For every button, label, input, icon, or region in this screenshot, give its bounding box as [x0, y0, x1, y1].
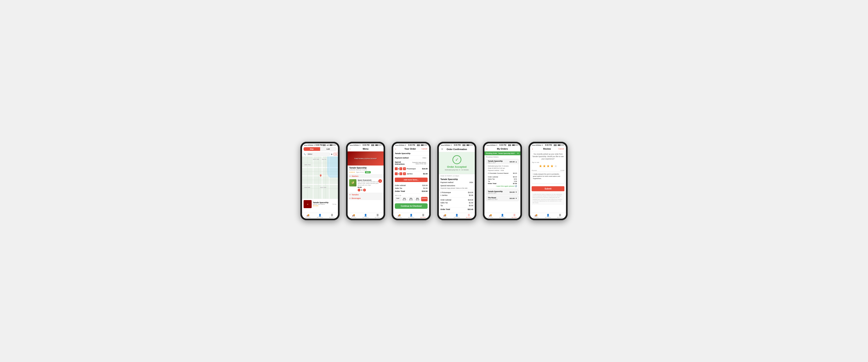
tab-orders-4[interactable]: ☰ My Orders: [463, 214, 475, 218]
tab-paytrue-6[interactable]: 👤 My Paytrue: [542, 214, 554, 218]
tip-15[interactable]: 15% $2.93: [408, 197, 414, 201]
time-3: 8:00 PM: [408, 144, 415, 146]
decrease-1[interactable]: −: [395, 167, 398, 170]
pending-order-banner[interactable]: Pending Order Tamale Spaceship 5/2/17 ▼: [485, 151, 520, 155]
star-3[interactable]: ★: [547, 164, 550, 168]
order-hist-header-3[interactable]: The Roast March 12, 2017 $13.00 ▼: [486, 196, 519, 201]
tab-faves-3[interactable]: 🚚 My Faves: [393, 214, 405, 218]
conf-tip: Tip $2.93: [440, 204, 473, 207]
cancel-button-order[interactable]: Cancel: [421, 148, 427, 150]
cancel-button-review[interactable]: Cancel: [558, 148, 564, 150]
qty-control-guac: − 0 +: [358, 189, 382, 191]
paytrue-label-3: My Paytrue: [408, 217, 414, 218]
tab-map[interactable]: Map: [304, 147, 320, 151]
battery-1: [330, 144, 332, 146]
conf-screen-content: ✓ Order Accepted Estimated prep time: 8 …: [439, 152, 475, 213]
tip-custom[interactable]: Custom: [421, 197, 428, 201]
tab-orders-2[interactable]: ☰ My Orders: [372, 214, 383, 218]
map-search-bar: 🔍 ➤ Filter: [302, 152, 338, 157]
tab-list[interactable]: List: [320, 147, 337, 151]
back-button-orders[interactable]: ‹: [487, 147, 491, 150]
grid-v3: [325, 157, 326, 199]
payment-row[interactable]: Payment method VISA ›: [393, 156, 429, 160]
star-2[interactable]: ★: [543, 164, 546, 168]
tab-faves-4[interactable]: 🚚 My Faves: [439, 214, 451, 218]
tab-paytrue-1[interactable]: 👤 My Paytrue: [314, 214, 326, 218]
star-5[interactable]: ★: [554, 164, 557, 168]
conf-totals: Order subtotal $18.00 Sales Tax $1.50 Ti…: [439, 198, 475, 212]
checkout-button[interactable]: Continue to Checkout: [395, 203, 428, 209]
nav-header-conf: ✕ Order Confirmation: [439, 146, 475, 152]
delete-1[interactable]: ✕: [403, 167, 406, 170]
decrease-2[interactable]: −: [395, 172, 398, 175]
section-beverages-label: Beverages: [352, 197, 361, 199]
tab-paytrue-4[interactable]: 👤 My Paytrue: [451, 214, 463, 218]
chevron-down-icon: ▼: [517, 152, 519, 154]
section-starters[interactable]: ▼ Starters: [348, 174, 383, 178]
status-bar-2: ●●●● InVision ▼ 8:00 PM ▌▌▌ 100%: [348, 143, 383, 146]
add-item-button[interactable]: +: [378, 179, 382, 183]
carrier-4: ●●●● InVision ▼: [441, 144, 452, 146]
total-value: $19.50: [422, 190, 428, 192]
star-4[interactable]: ★: [550, 164, 554, 168]
estimated-time: Estimated prep time: 8 - 12 minutes: [440, 169, 473, 171]
faves-label-6: My Faves: [533, 217, 539, 218]
tab-orders-1[interactable]: ☰ My Orders: [326, 214, 338, 218]
tab-paytrue-2[interactable]: 👤 My Paytrue: [360, 214, 372, 218]
increase-1[interactable]: +: [399, 167, 402, 170]
search-input[interactable]: [307, 152, 330, 156]
tab-bar-6: 🚚 My Faves 👤 My Paytrue ☰ My Orders: [530, 213, 566, 219]
time-4: 8:00 PM: [454, 144, 461, 146]
info-button[interactable]: INFO: [365, 171, 371, 173]
order-hist-header-1[interactable]: Tamale Spaceship May 2, 2017 $15.30 ▲: [486, 159, 519, 164]
signal-1: ▌▌▌: [323, 144, 326, 146]
tab-orders-6[interactable]: ☰ My Orders: [554, 214, 566, 218]
tip-cash[interactable]: Cash: [395, 197, 401, 201]
filter-button[interactable]: Filter: [333, 153, 338, 156]
tab-paytrue-5[interactable]: 👤 My Paytrue: [496, 214, 508, 218]
paytrue-icon-3: 👤: [410, 214, 413, 217]
tip-20[interactable]: 20% $3.90: [414, 197, 421, 201]
qty-decrease-guac[interactable]: −: [358, 189, 361, 191]
close-button-conf[interactable]: ✕: [441, 147, 445, 151]
tip-section: Add a tip Cash 10% $1.95 15% $2.: [393, 193, 429, 202]
time-5: 8:00 PM: [499, 144, 506, 146]
section-tamales[interactable]: ▼ Tamales: [348, 193, 383, 196]
qty-increase-guac[interactable]: +: [363, 189, 366, 191]
reorder-button-1[interactable]: I want this again please! 🔄: [488, 185, 517, 188]
phone-menu-wrapper: ●●●● InVision ▼ 8:00 PM ▌▌▌ 100% ‹ Menu: [346, 142, 385, 220]
restaurant-card[interactable]: 🚚 Tamale Spaceship Wacker and Adams ★★★★…: [302, 199, 338, 210]
increase-2[interactable]: +: [399, 172, 402, 175]
order-hist-header-2[interactable]: Tamale Spaceship April 23, 2017 $14.00 ▼: [486, 190, 519, 195]
tab-paytrue-3[interactable]: 👤 My Paytrue: [405, 214, 417, 218]
back-button-menu[interactable]: ‹: [350, 147, 353, 150]
delete-2[interactable]: ✕: [403, 172, 406, 175]
tax-row: Sales Tax $1.50: [395, 187, 428, 190]
tip-custom-label: Custom: [422, 198, 427, 199]
back-button-review[interactable]: ‹: [532, 147, 536, 150]
map-pin[interactable]: [319, 174, 322, 177]
label-navy-pier: Navy Pier: [322, 159, 327, 160]
restaurant-hero: THETAMALESPACESHIP: [348, 151, 383, 166]
tip-10[interactable]: 10% $1.95: [401, 197, 407, 201]
tab-orders-5[interactable]: ☰ My Orders: [508, 214, 520, 218]
carrier-1: ●●●● InVision ▼: [304, 144, 315, 146]
add-more-button[interactable]: Add more items...: [395, 177, 428, 182]
accepted-section: ✓ Order Accepted Estimated prep time: 8 …: [439, 152, 475, 174]
tab-orders-3[interactable]: ☰ My Orders: [417, 214, 429, 218]
nav-header-order: ‹ Your Order Cancel: [393, 146, 429, 151]
submit-button[interactable]: Submit: [532, 186, 564, 191]
tab-faves-2[interactable]: 🚚 My Faves: [348, 214, 360, 218]
review-textarea[interactable]: [532, 172, 564, 184]
tab-faves-6[interactable]: 🚚 My Faves: [530, 214, 542, 218]
battery-2: [375, 144, 378, 146]
section-beverages[interactable]: ▼ Beverages: [348, 196, 383, 200]
special-instructions-row[interactable]: Special instructions Separate bags pleas…: [393, 160, 429, 166]
tab-faves-5[interactable]: 🚚 My Faves: [485, 214, 496, 218]
qty-num-guac: 0: [361, 189, 362, 191]
back-button-order[interactable]: ‹: [395, 147, 399, 150]
location-icon[interactable]: ➤: [331, 153, 333, 155]
map-area[interactable]: NORTH SIDE Navy Pier CHINATOWN SOUTH SID…: [302, 157, 338, 199]
tab-faves-1[interactable]: 🚚 My Faves: [302, 214, 314, 218]
star-1[interactable]: ★: [539, 164, 542, 168]
